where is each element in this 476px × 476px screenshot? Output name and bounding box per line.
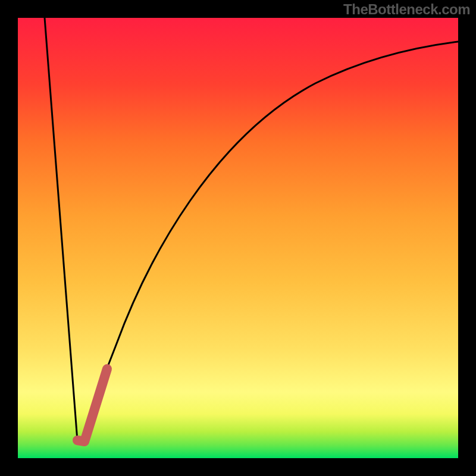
curves-layer bbox=[18, 18, 458, 458]
chart-frame: TheBottleneck.com bbox=[0, 0, 476, 476]
watermark-text: TheBottleneck.com bbox=[343, 1, 470, 18]
plot-area bbox=[18, 18, 458, 458]
highlight-segment bbox=[77, 369, 107, 441]
